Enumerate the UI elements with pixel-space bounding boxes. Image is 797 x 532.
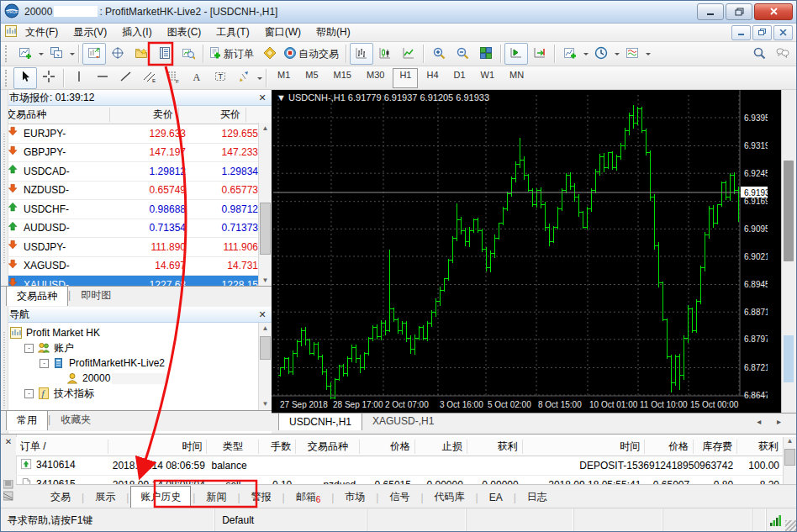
tree-expander-icon[interactable]: - [40, 359, 49, 368]
timeframe-M5[interactable]: M5 [298, 68, 325, 88]
timeframe-H4[interactable]: H4 [420, 68, 445, 88]
timeframe-MN[interactable]: MN [503, 68, 530, 88]
auto-scroll-button[interactable] [504, 43, 528, 65]
tab-常用[interactable]: 常用 [6, 410, 48, 430]
dropdown-caret-icon[interactable] [646, 53, 651, 58]
zoom-in-button[interactable] [427, 43, 451, 65]
restore-button[interactable] [726, 3, 752, 20]
menu-文件(F)[interactable]: 文件(F) [18, 24, 66, 40]
arrows-button[interactable] [232, 67, 256, 89]
column-header-止损[interactable]: 止损 [415, 440, 467, 454]
menu-帮助(H)[interactable]: 帮助(H) [309, 24, 358, 40]
tree-item-ProfitMarketHK-Live2[interactable]: -ProfitMarketHK-Live2 [9, 356, 272, 371]
market-row-USDCHF-[interactable]: USDCHF-0.986880.98712 [1, 200, 272, 219]
market-row-XAGUSD-[interactable]: XAGUSD-14.69714.731 [1, 257, 272, 277]
column-header-获利[interactable]: 获利 [737, 440, 784, 454]
market-row-USDCAD-[interactable]: USDCAD-1.298121.29834 [1, 162, 272, 182]
menu-窗口(W)[interactable]: 窗口(W) [257, 24, 309, 40]
tile-windows-button[interactable] [474, 43, 498, 65]
dropdown-caret-icon[interactable] [615, 53, 620, 58]
dropdown-caret-icon[interactable] [583, 53, 589, 58]
column-header-价格[interactable]: 价格 [645, 440, 694, 454]
column-header-0[interactable]: 交易品种 [1, 108, 110, 122]
timeframe-M30[interactable]: M30 [360, 68, 391, 88]
tree-item-技术指标[interactable]: -f技术指标 [9, 386, 272, 401]
tab-交易品种[interactable]: 交易品种 [6, 286, 68, 306]
bottom-tab-信号[interactable]: 信号 [380, 487, 419, 508]
terminal-button[interactable] [153, 43, 177, 65]
chart-tab-scroll-arrows[interactable]: ◂ ▸ [748, 413, 796, 429]
chart-window[interactable]: ▼ USDCNH-,H1 6.91779 6.91937 6.91205 6.9… [272, 90, 796, 413]
chart-shift-button[interactable] [528, 43, 552, 65]
mdi-minimize-button[interactable] [731, 25, 751, 40]
metaeditor-button[interactable] [258, 43, 282, 65]
resize-grip[interactable] [785, 520, 796, 532]
text-label-button[interactable]: T [208, 67, 232, 89]
column-header-时间[interactable]: 时间 [108, 440, 208, 454]
close-icon[interactable]: ✕ [256, 92, 268, 103]
menu-工具(T)[interactable]: 工具(T) [208, 24, 256, 40]
search-button[interactable] [747, 43, 771, 65]
autotrading-button[interactable]: 自动交易 [282, 43, 343, 65]
market-row-USDJPY-[interactable]: USDJPY-111.890111.906 [1, 238, 272, 257]
horizontal-line-button[interactable] [91, 67, 114, 89]
chat-button[interactable] [771, 43, 794, 65]
bottom-tab-警报[interactable]: 警报 [242, 487, 281, 508]
bottom-tab-新闻[interactable]: 新闻 [197, 487, 235, 508]
menu-显示(V)[interactable]: 显示(V) [66, 24, 114, 40]
column-header-2[interactable]: 买价 [179, 108, 246, 122]
column-header-库存费[interactable]: 库存费 [694, 440, 737, 454]
bottom-tab-市场[interactable]: 市场 [335, 487, 374, 508]
dropdown-caret-icon[interactable] [70, 53, 75, 58]
bottom-tab-EA[interactable]: EA [480, 488, 512, 507]
tab-收藏夹[interactable]: 收藏夹 [50, 410, 101, 429]
menu-图表(C)[interactable]: 图表(C) [160, 24, 209, 40]
tree-item-20000[interactable]: 20000 [9, 371, 272, 386]
timeframe-M15[interactable]: M15 [327, 68, 358, 88]
tree-expander-icon[interactable]: - [24, 389, 34, 398]
dropdown-caret-icon[interactable] [257, 77, 262, 82]
menu-插入(I)[interactable]: 插入(I) [114, 24, 159, 40]
market-watch-button[interactable] [82, 43, 106, 65]
column-header-获利[interactable]: 获利 [467, 440, 523, 454]
bottom-tab-交易[interactable]: 交易 [41, 487, 80, 508]
close-icon[interactable]: ✕ [1, 437, 16, 446]
fibonacci-button[interactable]: F [161, 67, 185, 89]
mdi-restore-button[interactable] [752, 25, 772, 40]
tab-即时图[interactable]: 即时图 [71, 286, 121, 305]
table-row[interactable]: 34106152018.09.14 08:08:04sell0.10nzdusd… [16, 476, 784, 484]
column-header-价格[interactable]: 价格 [360, 440, 415, 454]
templates-button[interactable] [620, 43, 644, 65]
tree-item-Profit Market HK[interactable]: Profit Market HK [9, 325, 272, 340]
cursor-button[interactable] [13, 67, 37, 89]
market-watch-scrollbar[interactable]: ▲▼ [258, 123, 272, 287]
new-chart-button[interactable] [13, 43, 37, 65]
profile-selector[interactable]: Default [215, 508, 367, 532]
bottom-tab-展示[interactable]: 展示 [86, 487, 124, 508]
trendline-button[interactable] [114, 67, 138, 89]
indicators-button[interactable] [558, 43, 582, 65]
market-row-AUDUSD-[interactable]: AUDUSD-0.713540.71373 [1, 219, 272, 239]
mdi-close-button[interactable] [773, 25, 793, 40]
vertical-line-button[interactable] [67, 67, 91, 89]
new-order-button[interactable]: 新订单 [207, 43, 258, 65]
toolbar-grip[interactable] [5, 70, 11, 87]
column-header-时间[interactable]: 时间 [523, 440, 646, 454]
chart-scrollbar[interactable] [781, 90, 796, 413]
column-header-订单[interactable]: 订单 / [16, 440, 108, 454]
strategy-tester-button[interactable] [177, 43, 200, 65]
column-header-交易品种[interactable]: 交易品种 [296, 440, 360, 454]
close-button[interactable] [754, 3, 793, 20]
market-row-GBPJPY-[interactable]: GBPJPY-147.197147.233 [1, 144, 272, 163]
data-window-button[interactable] [106, 43, 129, 65]
profiles-button[interactable] [45, 43, 68, 65]
tree-item-账户[interactable]: -账户 [9, 340, 272, 356]
bottom-tab-邮箱[interactable]: 邮箱6 [287, 487, 330, 508]
dock-grip[interactable] [1, 90, 8, 307]
column-header-手数[interactable]: 手数 [259, 440, 296, 454]
bottom-tab-日志[interactable]: 日志 [518, 487, 557, 508]
table-row[interactable]: 34106142018.09.14 08:06:59balanceDEPOSIT… [16, 456, 784, 476]
market-row-NZDUSD-[interactable]: NZDUSD-0.657490.65773 [1, 182, 272, 201]
navigator-button[interactable] [129, 43, 153, 65]
toolbar-grip[interactable] [5, 45, 11, 62]
